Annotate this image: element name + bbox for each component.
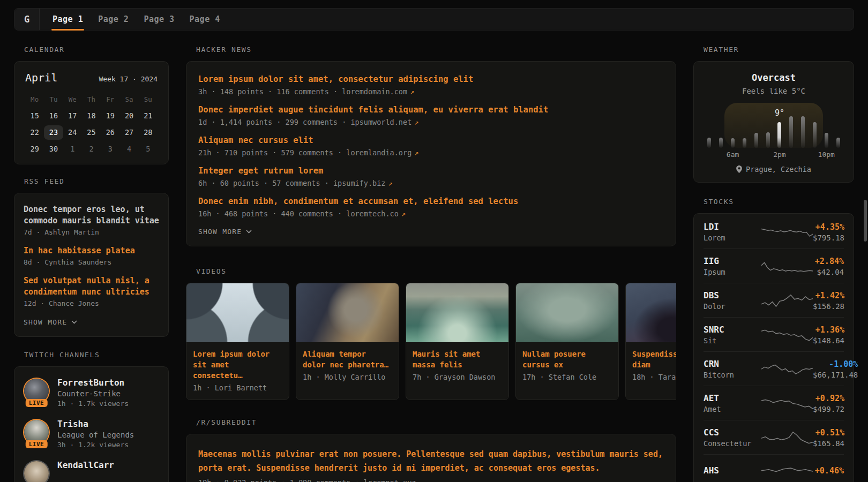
- external-link-icon[interactable]: ↗: [410, 87, 414, 96]
- calendar-day[interactable]: 16: [44, 109, 63, 123]
- subreddit-section-label: /R/SUBREDDIT: [196, 418, 676, 426]
- calendar-day[interactable]: 27: [119, 125, 138, 140]
- video-title[interactable]: Suspendisse diam: [632, 349, 676, 370]
- channel-name[interactable]: ForrestBurton: [57, 378, 129, 388]
- calendar-day[interactable]: 18: [82, 109, 101, 123]
- calendar-day[interactable]: 28: [139, 125, 158, 140]
- twitch-channel-row[interactable]: KendallCarr: [24, 460, 159, 482]
- stock-change: +0.92%: [813, 394, 844, 403]
- rss-show-more-button[interactable]: SHOW MORE: [24, 318, 77, 326]
- video-title[interactable]: Nullam posuere cursus ex: [522, 349, 612, 370]
- channel-meta: 1h · 1.7k viewers: [57, 400, 129, 408]
- weather-bar: [801, 116, 805, 148]
- calendar-day[interactable]: 30: [44, 142, 63, 156]
- videos-section-label: VIDEOS: [196, 267, 676, 275]
- stock-row[interactable]: CCSConsectetur +0.51%$165.84: [704, 420, 844, 454]
- stock-symbol: CCS: [704, 427, 761, 438]
- video-card[interactable]: Suspendisse diam 18h · Tara: [625, 283, 676, 400]
- video-thumbnail[interactable]: [516, 283, 618, 342]
- hn-story-title[interactable]: Integer eget rutrum lorem: [198, 165, 323, 177]
- calendar-day[interactable]: 25: [82, 125, 101, 140]
- channel-name[interactable]: KendallCarr: [57, 460, 114, 470]
- calendar-day-next-month[interactable]: 1: [63, 142, 82, 156]
- calendar-grid: Mo Tu We Th Fr Sa Su 15 16 17 18 19 20 2…: [25, 92, 158, 156]
- twitch-channel-row[interactable]: LIVE ForrestBurton Counter-Strike 1h · 1…: [24, 378, 159, 408]
- calendar-day-next-month[interactable]: 3: [101, 142, 119, 156]
- stock-sparkline: [761, 222, 813, 242]
- reddit-post-title[interactable]: Maecenas mollis pulvinar erat non posuer…: [198, 447, 664, 475]
- weather-card: Overcast Feels like 5°C 9° 6am2pm10pm Pr…: [693, 61, 854, 183]
- stock-symbol: IIG: [704, 256, 761, 266]
- app-logo[interactable]: G: [14, 9, 40, 30]
- hacker-news-section: HACKER NEWS Lorem ipsum dolor sit amet, …: [186, 46, 676, 246]
- rss-item[interactable]: In hac habitasse platea 8d · Cynthia Sau…: [24, 245, 159, 266]
- calendar-day[interactable]: 24: [63, 125, 82, 140]
- weather-feels-like: Feels like 5°C: [704, 87, 844, 95]
- video-card[interactable]: Aliquam tempor dolor nec pharetra… 1h · …: [296, 283, 399, 400]
- calendar-day[interactable]: 29: [25, 142, 44, 156]
- stock-row[interactable]: AHS +0.46%: [704, 454, 844, 482]
- calendar-day-next-month[interactable]: 4: [119, 142, 138, 156]
- hn-show-more-button[interactable]: SHOW MORE: [198, 228, 252, 236]
- external-link-icon[interactable]: ↗: [401, 209, 406, 218]
- tab-page-1[interactable]: Page 1: [45, 9, 91, 30]
- stock-row[interactable]: DBSDolor +1.42%$156.28: [704, 283, 844, 317]
- video-thumbnail[interactable]: [406, 283, 508, 342]
- calendar-day[interactable]: 17: [63, 109, 82, 123]
- hn-story-title[interactable]: Donec imperdiet augue tincidunt felis al…: [198, 104, 548, 116]
- stock-row[interactable]: AETAmet +0.92%$499.72: [704, 386, 844, 420]
- video-title[interactable]: Aliquam tempor dolor nec pharetra…: [303, 349, 392, 370]
- stock-row[interactable]: SNRCSit +1.36%$148.64: [704, 317, 844, 351]
- stock-row[interactable]: IIGIpsum +2.84%$42.04: [704, 248, 844, 283]
- tab-page-4[interactable]: Page 4: [182, 9, 228, 30]
- stock-sparkline: [761, 325, 813, 344]
- video-card[interactable]: Nullam posuere cursus ex 17h · Stefan Co…: [515, 283, 619, 400]
- subreddit-section: /R/SUBREDDIT Maecenas mollis pulvinar er…: [186, 418, 676, 482]
- video-title[interactable]: Lorem ipsum dolor sit amet consectetu…: [193, 349, 282, 381]
- weather-bar: [707, 138, 711, 148]
- rss-item[interactable]: Sed volutpat nulla nisl, a condimentum n…: [24, 275, 159, 307]
- twitch-channel-row[interactable]: LIVE Trisha League of Legends 3h · 1.2k …: [24, 419, 159, 449]
- external-link-icon[interactable]: ↗: [418, 478, 423, 482]
- calendar-day[interactable]: 21: [139, 109, 158, 123]
- weather-tick-label: 10pm: [818, 150, 835, 159]
- calendar-day-next-month[interactable]: 2: [82, 142, 101, 156]
- scrollbar-thumb[interactable]: [864, 200, 867, 242]
- tab-page-2[interactable]: Page 2: [91, 9, 136, 30]
- reddit-post: Maecenas mollis pulvinar erat non posuer…: [198, 447, 664, 482]
- calendar-day-selected[interactable]: 23: [44, 125, 63, 140]
- calendar-day[interactable]: 20: [119, 109, 138, 123]
- video-card[interactable]: Lorem ipsum dolor sit amet consectetu… 1…: [186, 283, 289, 400]
- weather-bar: [766, 132, 770, 148]
- stock-symbol: LDI: [704, 222, 761, 232]
- hn-meta-text: 3h · 148 points · 116 comments · loremdo…: [198, 87, 407, 96]
- stock-row[interactable]: CRNBitcorn -1.00%$66,171.48: [704, 351, 844, 386]
- calendar-day-next-month[interactable]: 5: [139, 142, 158, 156]
- video-thumbnail[interactable]: [296, 283, 399, 342]
- external-link-icon[interactable]: ↗: [414, 148, 418, 157]
- rss-item-title[interactable]: Sed volutpat nulla nisl, a condimentum n…: [24, 275, 159, 298]
- weather-tick-label: 6am: [727, 150, 739, 159]
- hn-story-title[interactable]: Lorem ipsum dolor sit amet, consectetur …: [198, 73, 473, 85]
- rss-item[interactable]: Donec tempor eros leo, ut commodo mauris…: [24, 204, 159, 236]
- calendar-day[interactable]: 19: [101, 109, 119, 123]
- tab-page-3[interactable]: Page 3: [136, 9, 182, 30]
- video-title[interactable]: Mauris sit amet massa felis: [413, 349, 502, 370]
- external-link-icon[interactable]: ↗: [388, 179, 393, 187]
- channel-name[interactable]: Trisha: [57, 419, 134, 429]
- stock-price: $165.84: [813, 439, 844, 448]
- rss-item-title[interactable]: In hac habitasse platea: [24, 245, 159, 257]
- calendar-day[interactable]: 22: [25, 125, 44, 140]
- rss-item-title[interactable]: Donec tempor eros leo, ut commodo mauris…: [24, 204, 159, 227]
- stock-row[interactable]: LDILorem +4.35%$795.18: [704, 215, 844, 248]
- video-thumbnail[interactable]: [186, 283, 289, 342]
- external-link-icon[interactable]: ↗: [414, 118, 418, 126]
- video-card[interactable]: Mauris sit amet massa felis 7h · Grayson…: [406, 283, 509, 400]
- calendar-day-header: Tu: [44, 92, 63, 107]
- calendar-day[interactable]: 26: [101, 125, 119, 140]
- video-thumbnail[interactable]: [626, 283, 676, 342]
- calendar-day[interactable]: 15: [25, 109, 44, 123]
- twitch-section-label: TWITCH CHANNELS: [24, 351, 169, 359]
- hn-story-title[interactable]: Aliquam nec cursus elit: [198, 134, 313, 146]
- hn-story-title[interactable]: Donec enim nibh, condimentum et accumsan…: [198, 195, 518, 207]
